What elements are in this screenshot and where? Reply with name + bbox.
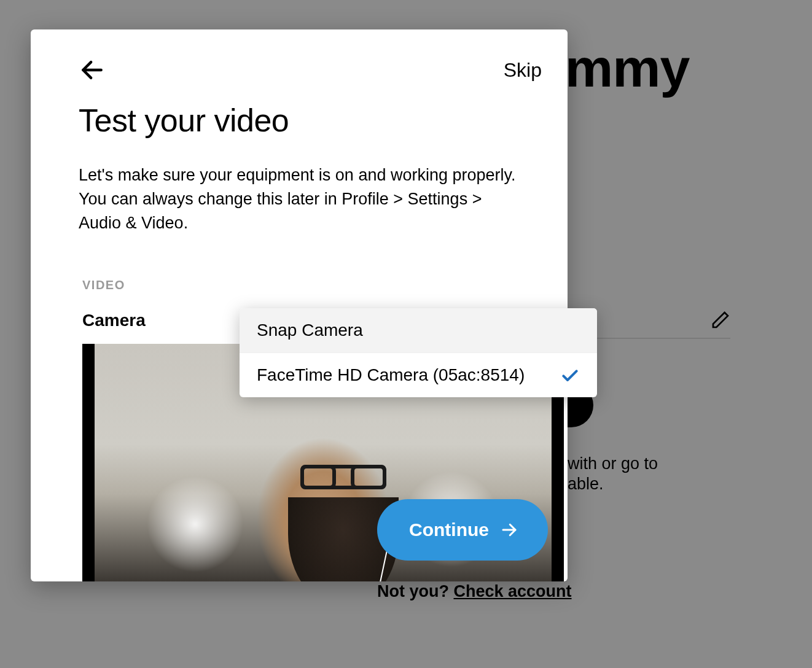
modal-description: Let's make sure your equipment is on and… <box>31 139 568 235</box>
arrow-right-icon <box>500 521 518 539</box>
test-video-modal: Skip Test your video Let's make sure you… <box>31 29 568 581</box>
continue-button-label: Continue <box>409 519 489 540</box>
not-you-text: Not you? <box>377 582 453 600</box>
camera-dropdown[interactable]: Snap Camera FaceTime HD Camera (05ac:851… <box>240 308 597 397</box>
skip-button[interactable]: Skip <box>504 59 542 82</box>
video-section-label: VIDEO <box>31 235 568 292</box>
pencil-edit-icon[interactable] <box>711 310 730 334</box>
back-button[interactable] <box>77 55 107 85</box>
continue-button[interactable]: Continue <box>377 499 548 561</box>
modal-title: Test your video <box>31 88 568 139</box>
arrow-left-icon <box>79 56 106 84</box>
background-info-line-2: able. <box>568 475 604 494</box>
camera-label: Camera <box>82 311 146 330</box>
camera-option-snap[interactable]: Snap Camera <box>240 308 597 352</box>
not-you-row: Not you? Check account <box>377 582 572 601</box>
camera-option-label: FaceTime HD Camera (05ac:8514) <box>257 365 525 385</box>
video-preview-detail <box>300 465 386 489</box>
background-title-fragment: mmy <box>565 37 689 99</box>
modal-header: Skip <box>31 52 568 88</box>
check-account-link[interactable]: Check account <box>453 582 571 600</box>
background-info-line-1: with or go to <box>568 454 658 473</box>
check-icon <box>560 365 580 385</box>
camera-option-label: Snap Camera <box>257 320 363 340</box>
camera-option-facetime[interactable]: FaceTime HD Camera (05ac:8514) <box>240 352 597 397</box>
